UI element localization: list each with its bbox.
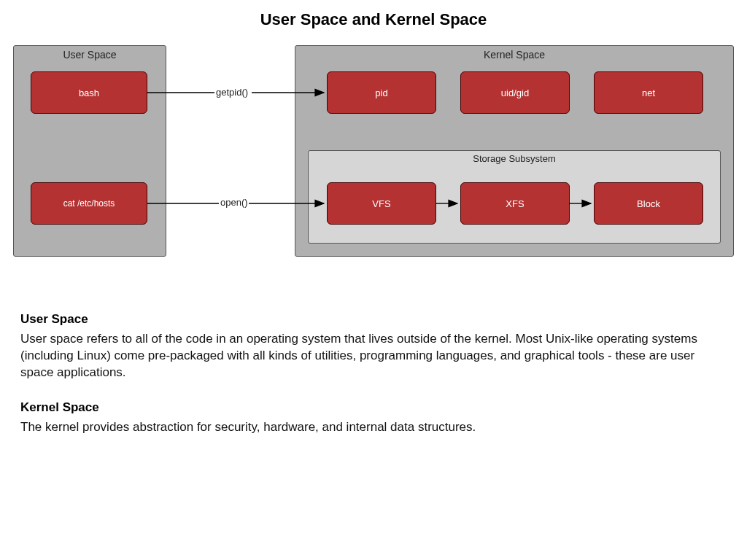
section-body-user-space: User space refers to all of the code in …: [20, 331, 727, 381]
box-pid: pid: [327, 71, 436, 114]
box-block: Block: [594, 182, 703, 225]
box-bash: bash: [31, 71, 147, 114]
edge-label-open: open(): [219, 197, 249, 208]
box-vfs: VFS: [327, 182, 436, 225]
storage-subsystem-title: Storage Subsystem: [309, 151, 720, 164]
box-xfs: XFS: [460, 182, 570, 225]
edge-label-getpid: getpid(): [214, 87, 249, 98]
text-block: User Space User space refers to all of t…: [0, 312, 747, 436]
section-heading-kernel-space: Kernel Space: [20, 400, 727, 415]
section-heading-user-space: User Space: [20, 312, 727, 327]
box-net: net: [594, 71, 703, 114]
user-space-title: User Space: [14, 46, 166, 61]
section-body-kernel-space: The kernel provides abstraction for secu…: [20, 419, 727, 436]
box-uidgid: uid/gid: [460, 71, 570, 114]
diagram-area: User Space bash cat /etc/hosts Kernel Sp…: [0, 42, 747, 290]
box-cat: cat /etc/hosts: [31, 182, 147, 225]
page-title: User Space and Kernel Space: [0, 0, 747, 29]
kernel-space-title: Kernel Space: [295, 46, 733, 61]
